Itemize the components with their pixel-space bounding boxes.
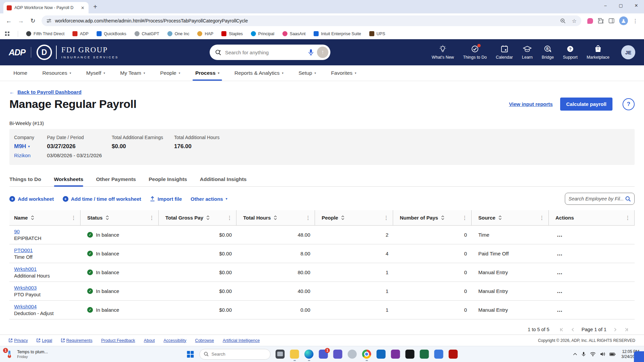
tab-close-icon[interactable]: ✕ [80, 5, 85, 10]
row-actions-button[interactable]: … [557, 232, 563, 238]
site-settings-icon[interactable] [46, 18, 52, 23]
nav-home[interactable]: Home [13, 65, 27, 81]
company-select[interactable]: M9H▾ [14, 143, 47, 150]
taskbar-app-black-icon[interactable] [406, 350, 415, 359]
nav-reports-analytics[interactable]: Reports & Analytics▾ [234, 65, 283, 81]
bookmark-fifth-third[interactable]: Fifth Third Direct [26, 31, 64, 36]
tab-things-to-do[interactable]: Things to Do [9, 176, 41, 186]
row-actions-button[interactable]: … [557, 269, 563, 276]
nav-setup[interactable]: Setup▾ [299, 65, 316, 81]
taskbar-excel-icon[interactable] [420, 350, 429, 359]
volume-icon[interactable] [600, 352, 605, 356]
view-input-reports-link[interactable]: View input reports [509, 101, 553, 107]
previous-page-icon[interactable] [571, 327, 574, 332]
nav-people[interactable]: People▾ [160, 65, 180, 81]
nav-myself[interactable]: Myself▾ [86, 65, 105, 81]
artificial-intelligence-link[interactable]: Artificial Intelligence [223, 338, 260, 343]
need-help-button[interactable]: Need Help? [634, 351, 644, 362]
learn-button[interactable]: Learn [522, 45, 533, 60]
nav-process[interactable]: Process▾ [195, 65, 219, 81]
taskbar-search-input[interactable] [212, 352, 266, 357]
product-feedback-link[interactable]: Product Feedback [101, 338, 135, 343]
taskbar-chrome-icon[interactable] [362, 350, 371, 359]
bridge-button[interactable]: B Bridge [542, 45, 554, 60]
close-button[interactable]: ✕ [629, 0, 644, 11]
column-menu-icon[interactable]: ⋮ [625, 215, 630, 221]
row-actions-button[interactable]: … [557, 288, 563, 294]
column-header-gross-pay[interactable]: Total Gross Pay⋮ [159, 210, 236, 225]
microphone-icon[interactable] [308, 49, 314, 56]
browser-profile-icon[interactable] [619, 16, 628, 25]
bookmark-principal[interactable]: Principal [251, 31, 274, 36]
row-actions-button[interactable]: … [557, 250, 563, 257]
apps-grid-icon[interactable] [5, 31, 10, 36]
column-menu-icon[interactable]: ⋮ [149, 215, 154, 221]
nav-my-team[interactable]: My Team▾ [120, 65, 145, 81]
battery-icon[interactable] [609, 353, 615, 356]
address-bar[interactable]: workforcenow.adp.com/theme/admin.html#/P… [42, 15, 581, 26]
column-menu-icon[interactable]: ⋮ [71, 215, 76, 221]
whats-new-button[interactable]: What's New [432, 45, 454, 60]
taskbar-onenote-icon[interactable] [391, 350, 400, 359]
row-actions-button[interactable]: … [557, 307, 563, 313]
column-header-status[interactable]: Status⋮ [80, 210, 159, 225]
bookmark-ups[interactable]: UPS [369, 31, 385, 36]
search-icon[interactable] [625, 196, 631, 202]
add-worksheet-button[interactable]: + Add worksheet [9, 196, 54, 202]
worksheet-link[interactable]: PTO001 [14, 247, 33, 253]
back-to-dashboard-link[interactable]: Back to Payroll Dashboard [17, 89, 82, 95]
user-avatar[interactable]: JE [621, 45, 635, 59]
column-header-number-of-pays[interactable]: Number of Pays⋮ [393, 210, 472, 225]
column-header-source[interactable]: Source⋮ [472, 210, 549, 225]
worksheet-link[interactable]: Wrksh004 [14, 304, 37, 309]
cobrowse-link[interactable]: Cobrowse [195, 338, 214, 343]
about-link[interactable]: About [144, 338, 155, 343]
taskbar-file-explorer-icon[interactable] [290, 350, 299, 359]
nav-resources[interactable]: Resources▾ [42, 65, 71, 81]
forward-icon[interactable]: → [15, 15, 26, 26]
bookmark-intuit[interactable]: Intuit Enterprise Suite [314, 31, 361, 36]
nav-favorites[interactable]: Favorites▾ [331, 65, 356, 81]
requirements-link[interactable]: Requirements [61, 338, 93, 343]
page-help-button[interactable]: ? [623, 98, 635, 110]
first-page-icon[interactable] [559, 327, 564, 332]
column-header-name[interactable]: Name⋮ [9, 210, 80, 225]
worksheet-link[interactable]: Wrksh001 [14, 266, 37, 272]
import-file-button[interactable]: Import file [150, 196, 182, 202]
bookmark-staples[interactable]: Staples [221, 31, 243, 36]
tab-additional-insights[interactable]: Additional Insights [200, 176, 247, 186]
employee-search-input[interactable] [569, 196, 623, 201]
taskbar-acrobat-icon[interactable] [449, 350, 458, 359]
other-actions-button[interactable]: Other actions ▾ [191, 196, 227, 202]
column-menu-icon[interactable]: ⋮ [462, 215, 467, 221]
start-button[interactable] [186, 350, 195, 358]
last-page-icon[interactable] [624, 327, 629, 332]
microphone-tray-icon[interactable] [582, 352, 586, 357]
column-header-total-hours[interactable]: Total Hours⋮ [236, 210, 315, 225]
company-link[interactable]: Rizikon [14, 153, 31, 158]
marketplace-button[interactable]: Marketplace [587, 45, 609, 60]
worksheet-link[interactable]: Wrksh003 [14, 285, 37, 291]
taskbar-app-grid-icon[interactable] [434, 350, 443, 359]
wifi-icon[interactable] [590, 352, 596, 356]
worksheet-link[interactable]: 90 [14, 229, 20, 234]
privacy-link[interactable]: Privacy [9, 338, 28, 343]
taskbar-phone-link-icon[interactable]: 1 [319, 350, 328, 359]
back-icon[interactable]: ← [3, 15, 14, 26]
bookmark-adp[interactable]: ADP [72, 31, 89, 36]
bookmark-chatgpt[interactable]: ChatGPT [135, 31, 159, 36]
browser-menu-icon[interactable]: ⋮ [633, 18, 638, 24]
pinned-extension-icon[interactable] [587, 18, 593, 24]
next-page-icon[interactable] [614, 327, 617, 332]
tab-other-payments[interactable]: Other Payments [96, 176, 136, 186]
side-panel-icon[interactable] [608, 18, 614, 24]
calendar-button[interactable]: Calendar [496, 45, 513, 60]
bookmark-one-inc[interactable]: One Inc [167, 31, 190, 36]
legal-link[interactable]: Legal [37, 338, 52, 343]
things-to-do-button[interactable]: Things to Do [463, 45, 487, 60]
global-search[interactable]: ↑ [210, 45, 330, 60]
bookmark-quickbooks[interactable]: QuickBooks [97, 31, 126, 36]
column-menu-icon[interactable]: ⋮ [539, 215, 544, 221]
bookmark-hap[interactable]: HAP [197, 31, 213, 36]
employee-search[interactable] [565, 193, 635, 205]
